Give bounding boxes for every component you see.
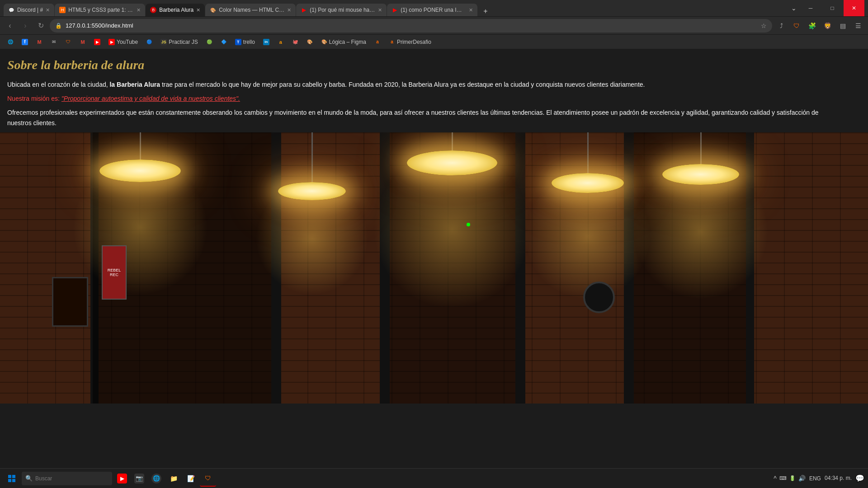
tray-lang: ENG [809,475,821,482]
about-section: Sobre la barberia de alura Ubicada en el… [0,49,868,132]
tray-battery-icon: 🔋 [789,475,796,481]
tab-yt2-label: (1) como PONER una IMAGEN d [401,7,466,13]
new-tab-button[interactable]: + [481,6,489,16]
taskbar-youtube[interactable]: ▶ [114,470,130,487]
taskbar-brave[interactable]: 🛡 [200,470,216,487]
blue-icon: 🔵 [146,39,152,45]
address-bar[interactable]: 🔒 127.0.0.1:5500/index.html ☆ [50,19,772,33]
tab-yt1-close[interactable]: ✕ [378,7,382,13]
lamp5-wire [700,132,702,164]
bookmark-star-icon[interactable]: ☆ [761,22,767,29]
wall-clock [583,282,615,313]
primer-icon: a [389,39,395,45]
taskbar-browser[interactable]: 🌐 [148,470,165,487]
bookmark-github[interactable]: 🐙 [288,38,302,47]
lamp1-wire [140,132,141,160]
bookmark-figma-icon[interactable]: 🎨 [303,38,316,47]
mission-italic: "Proporcionar autoestima y calidad de vi… [61,95,240,102]
share-button[interactable]: ⤴ [775,19,788,32]
extensions-button[interactable]: 🧩 [806,19,818,32]
facebook-icon: f [22,39,28,45]
tab-barberia-close[interactable]: ✕ [196,7,200,13]
browser-taskbar-icon: 🌐 [151,474,161,483]
tab-yt2-close[interactable]: ✕ [469,7,473,13]
bookmark-blue[interactable]: 🔵 [142,38,156,47]
bookmark-globe[interactable]: 🌐 [4,38,17,47]
yt1-favicon: ▶ [301,7,307,13]
taskbar-camera[interactable]: 📷 [131,470,147,487]
tab-html5[interactable]: H HTML5 y CSS3 parte 1: Mi pr ✕ [55,4,145,16]
notification-icon[interactable]: 💬 [855,474,864,483]
mission-prefix: Nuestra misión es: [7,95,61,102]
taskbar-files[interactable]: 📁 [165,470,182,487]
barberia-favicon: B [150,7,156,13]
column4 [515,132,525,404]
windows-logo [8,475,15,482]
window-controls: ─ □ ✕ [800,0,864,16]
bookmark-diamond[interactable]: 🔷 [217,38,231,47]
tray-up-icon[interactable]: ^ [774,475,777,482]
para1-bold: la Barberia Alura [109,81,160,88]
tab-html5-close[interactable]: ✕ [137,7,141,13]
camera-taskbar-icon: 📷 [134,474,144,483]
lamp4-shade [552,173,624,193]
lamp1 [99,132,181,182]
brave-wallet-icon[interactable]: 🦁 [821,19,834,32]
bookmark-trello[interactable]: T trello [231,38,259,47]
bookmark-primer-desafio[interactable]: a PrimerDesafio [385,38,435,47]
bookmark-mail[interactable]: ✉ [47,38,61,47]
close-button[interactable]: ✕ [844,0,864,16]
reload-button[interactable]: ↻ [34,19,47,32]
tab-colors-close[interactable]: ✕ [287,7,291,13]
bookmark-brave[interactable]: 🛡 [61,38,75,47]
tab-barberia[interactable]: B Barberia Alura ✕ [146,4,205,16]
tab-discord-close[interactable]: ✕ [46,7,50,13]
bookmark-youtube[interactable]: ▶ YouTube [105,38,142,47]
discord-favicon: 💬 [8,7,14,13]
sidebar-button[interactable]: ▤ [836,19,849,32]
bookmark-yt-icon[interactable]: ▶ [90,38,104,47]
bookmark-practicar[interactable]: JS Practicar JS [157,38,202,47]
tab-discord-label: Discord | # [17,7,43,13]
tab-yt1[interactable]: ▶ (1) Por qué mi mouse hace d ✕ [296,4,387,16]
bookmark-facebook[interactable]: f [18,38,32,47]
practicar-label: Practicar JS [169,39,198,45]
barber-image: REBELREC [0,132,868,404]
bookmark-alura-icon[interactable]: a [371,38,384,47]
system-tray: ^ ⌨ 🔋 🔊 ENG 04:34 p. m. 💬 [774,474,864,483]
bookmark-m2[interactable]: M [76,38,90,47]
start-button[interactable] [4,470,20,487]
para1-prefix: Ubicada en el corazón de la ciudad, [7,81,109,88]
column6 [746,132,754,404]
address-url: 127.0.0.1:5500/index.html [66,22,757,29]
logica-label: Lógica – Figma [329,39,366,45]
brave-shield-icon[interactable]: 🛡 [790,19,803,32]
tab-colors[interactable]: 🎨 Color Names — HTML Color Co ✕ [205,4,296,16]
yt-bk-icon: ▶ [94,39,100,45]
diamond-icon: 🔷 [221,39,227,45]
back-button[interactable]: ‹ [4,19,16,32]
tab-yt2[interactable]: ▶ (1) como PONER una IMAGEN d ✕ [387,4,477,16]
tray-time[interactable]: 04:34 p. m. [825,475,852,482]
tray-volume-icon[interactable]: 🔊 [798,475,806,482]
mail-icon: ✉ [51,39,57,45]
frame1 [52,277,88,327]
bookmark-linkedin[interactable]: in [259,38,273,47]
bookmark-gmail[interactable]: M [33,38,46,47]
tab-overflow-button[interactable]: ⌄ [791,5,797,12]
brave-icon: 🛡 [65,39,71,45]
bookmark-logica-figma[interactable]: 🎨 Lógica – Figma [317,38,370,47]
taskbar-vscode[interactable]: 📝 [183,470,199,487]
lamp2-wire [311,132,313,182]
alura-icon: a [374,39,381,45]
forward-button[interactable]: › [19,19,32,32]
globe-icon: 🌐 [7,39,14,45]
tab-discord[interactable]: 💬 Discord | # ✕ [4,4,54,16]
menu-button[interactable]: ☰ [852,19,864,32]
taskbar-search[interactable]: 🔍 Buscar [22,472,112,485]
bookmark-green[interactable]: 🟢 [203,38,216,47]
tab-barberia-label: Barberia Alura [159,7,193,13]
minimize-button[interactable]: ─ [800,0,821,16]
maximize-button[interactable]: □ [822,0,843,16]
bookmark-amazon[interactable]: a [274,38,288,47]
